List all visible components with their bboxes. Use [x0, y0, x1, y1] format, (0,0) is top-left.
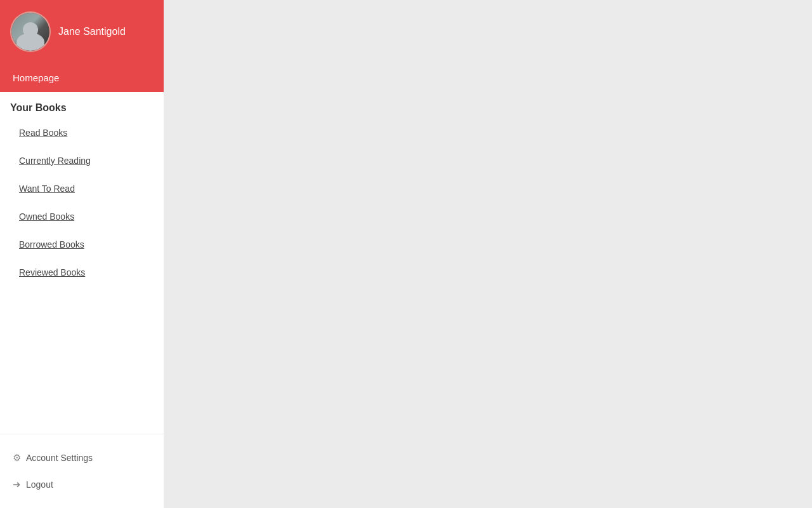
account-settings-label: Account Settings [26, 453, 93, 463]
account-settings-item[interactable]: Account Settings [0, 444, 164, 471]
logout-item[interactable]: Logout [0, 471, 164, 498]
books-nav: Read Books Currently Reading Want To Rea… [0, 119, 164, 286]
sidebar-item-owned-books[interactable]: Owned Books [0, 203, 164, 231]
main-content [164, 0, 812, 508]
sidebar-item-read-books[interactable]: Read Books [0, 119, 164, 147]
sidebar: Jane Santigold Homepage Your Books Read … [0, 0, 164, 508]
sidebar-header: Jane Santigold [0, 0, 164, 64]
sidebar-item-borrowed-books[interactable]: Borrowed Books [0, 231, 164, 258]
sidebar-item-currently-reading[interactable]: Currently Reading [0, 147, 164, 175]
your-books-section-label: Your Books [0, 92, 164, 119]
homepage-button[interactable]: Homepage [0, 64, 164, 92]
avatar [10, 11, 51, 52]
sidebar-item-want-to-read[interactable]: Want To Read [0, 175, 164, 203]
sidebar-footer: Account Settings Logout [0, 434, 164, 508]
gear-icon [13, 452, 21, 464]
logout-label: Logout [26, 479, 53, 490]
user-name: Jane Santigold [58, 26, 126, 37]
avatar-image [11, 13, 49, 51]
sidebar-item-reviewed-books[interactable]: Reviewed Books [0, 258, 164, 286]
logout-icon [13, 479, 21, 490]
